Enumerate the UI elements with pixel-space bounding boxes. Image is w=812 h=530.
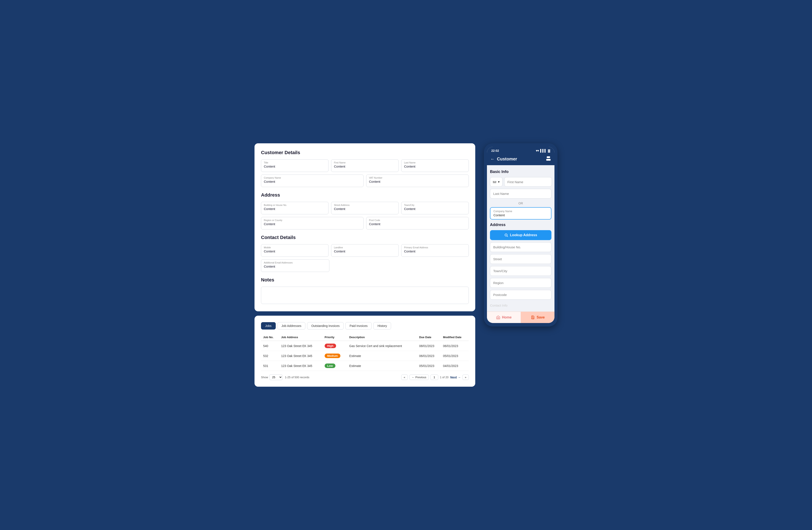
address-top-row: Building or House No. Content Street Add… [261, 202, 469, 214]
postcode-field[interactable]: Post Code Content [366, 217, 469, 229]
mobile-address-title: Address [490, 222, 551, 227]
page-number-input[interactable] [431, 375, 438, 380]
landline-field[interactable]: Landline Content [331, 244, 398, 257]
mobile-street-input[interactable] [490, 254, 551, 264]
cell-description: Gas Service Cert and sink replacement [347, 341, 417, 351]
region-field[interactable]: Region or County Content [261, 217, 364, 229]
address-second-row: Region or County Content Post Code Conte… [261, 217, 469, 229]
customer-top-row: Title Content First Name Content Last Na… [261, 159, 469, 172]
primary-email-field[interactable]: Primary Email Address Content [401, 244, 469, 257]
home-button[interactable]: Home [487, 312, 521, 323]
tab-paid-invoices[interactable]: Paid Invoices [345, 322, 372, 330]
mobile-last-name-input[interactable] [490, 189, 551, 199]
customer-details-title: Customer Details [261, 150, 469, 155]
mobile-town-input[interactable] [490, 266, 551, 276]
cell-priority: High [322, 341, 347, 351]
mobile-building-input[interactable] [490, 242, 551, 252]
landline-value: Content [334, 249, 396, 253]
customer-second-row: Company Name Content VAT Number Content [261, 174, 469, 187]
home-btn-label: Home [502, 315, 512, 319]
tab-job-addresses[interactable]: Job Addresses [277, 322, 306, 330]
vat-number-value: Content [369, 180, 466, 183]
first-name-value: Content [334, 164, 396, 168]
pagination-row: Show 25 50 100 1-25 of 500 records « ← P… [261, 374, 469, 380]
title-value: Content [264, 164, 326, 168]
landline-label: Landline [334, 246, 396, 249]
title-select[interactable]: Mr ▾ [490, 177, 503, 187]
page-of-label: 1 of 20 [440, 376, 449, 379]
primary-email-value: Content [404, 249, 466, 253]
vat-number-field[interactable]: VAT Number Content [366, 174, 469, 187]
additional-email-label: Additional Email Addresses [264, 261, 327, 264]
company-name-highlighted-field[interactable]: Company Name Content [490, 207, 551, 219]
postcode-value: Content [369, 222, 466, 226]
phone-nav-bar: ← Customer [487, 154, 554, 165]
main-container: Customer Details Title Content First Nam… [255, 143, 557, 387]
col-job-no: Job No. [261, 334, 279, 341]
svg-line-3 [507, 236, 508, 237]
mobile-value: Content [264, 249, 326, 253]
or-divider: OR [490, 202, 551, 205]
priority-badge: High [324, 344, 336, 348]
jobs-table-wrapper: Job No. Job Address Priority Description… [261, 334, 469, 371]
prev-page-button[interactable]: ← Previous [409, 375, 429, 380]
cell-priority: Low [322, 361, 347, 371]
first-page-button[interactable]: « [401, 375, 407, 380]
cell-due-date: 05/01/2023 [417, 361, 441, 371]
table-row: 531 123 Oak Street EK 345 Low Estimate 0… [261, 361, 469, 371]
first-name-field[interactable]: First Name Content [331, 159, 398, 172]
building-field[interactable]: Building or House No. Content [261, 202, 329, 214]
street-address-value: Content [334, 207, 396, 211]
mobile-region-input[interactable] [490, 278, 551, 288]
notes-textarea[interactable] [261, 287, 469, 304]
first-name-label: First Name [334, 161, 396, 164]
lookup-btn-label: Lookup Address [510, 233, 537, 237]
town-city-field[interactable]: Town/City Content [401, 202, 469, 214]
contact-info-label: Contact Info [490, 302, 551, 308]
lookup-address-button[interactable]: Lookup Address [490, 230, 551, 240]
region-value: Content [264, 222, 361, 226]
phone-status-bar: 22:02 ▾▾ ▌▌▌ ▓ [487, 147, 554, 154]
show-select-input[interactable]: 25 50 100 [270, 374, 282, 380]
company-name-field[interactable]: Company Name Content [261, 174, 364, 187]
cell-job-address: 123 Oak Street EK 345 [279, 341, 322, 351]
primary-email-label: Primary Email Address [404, 246, 466, 249]
tab-outstanding-invoices[interactable]: Outstanding Invoices [307, 322, 344, 330]
last-name-field[interactable]: Last Name Content [401, 159, 469, 172]
notes-title: Notes [261, 277, 469, 283]
basic-info-title: Basic Info [490, 169, 551, 174]
last-page-button[interactable]: » [463, 375, 469, 380]
save-button[interactable]: Save [521, 312, 555, 323]
mobile-postcode-input[interactable] [490, 290, 551, 300]
customer-details-card: Customer Details Title Content First Nam… [255, 143, 475, 311]
postcode-label: Post Code [369, 219, 466, 221]
contact-top-row: Mobile Content Landline Content Primary … [261, 244, 469, 257]
next-page-button[interactable]: Next → [450, 376, 461, 379]
signal-icon: ▌▌▌ [540, 149, 547, 153]
company-name-mobile-label: Company Name [493, 210, 548, 213]
svg-rect-0 [547, 156, 550, 158]
building-value: Content [264, 207, 326, 211]
street-address-field[interactable]: Street Address Content [331, 202, 398, 214]
battery-icon: ▓ [548, 149, 550, 153]
additional-email-value: Content [264, 264, 327, 268]
title-label: Title [264, 161, 326, 164]
phone-shell: 22:02 ▾▾ ▌▌▌ ▓ ← Customer [484, 143, 557, 327]
col-modified-date: Modified Date [441, 334, 469, 341]
jobs-card: Jobs Job Addresses Outstanding Invoices … [255, 316, 475, 387]
svg-point-2 [505, 234, 507, 236]
cell-description: Estimate [347, 351, 417, 361]
additional-email-field[interactable]: Additional Email Addresses Content [261, 259, 329, 272]
save-btn-label: Save [537, 315, 545, 319]
title-field[interactable]: Title Content [261, 159, 329, 172]
mobile-field[interactable]: Mobile Content [261, 244, 329, 257]
tab-jobs[interactable]: Jobs [261, 322, 276, 330]
cell-job-no: 532 [261, 351, 279, 361]
contact-details-title: Contact Details [261, 235, 469, 240]
back-button[interactable]: ← [490, 157, 495, 161]
priority-badge: Medium [324, 354, 340, 358]
profile-icon[interactable] [546, 156, 551, 162]
mobile-first-name-input[interactable] [504, 177, 552, 187]
phone-title: Customer [497, 157, 543, 161]
tab-history[interactable]: History [373, 322, 391, 330]
